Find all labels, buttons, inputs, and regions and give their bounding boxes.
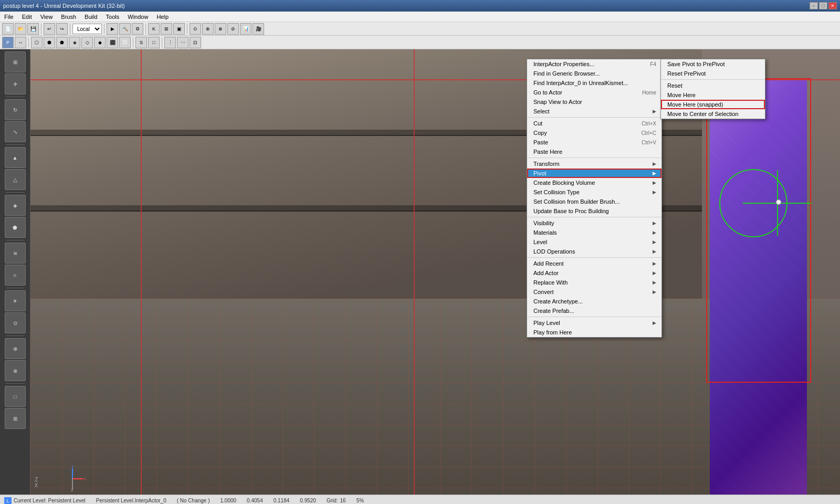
ctx-add-recent[interactable]: Add Recent ▶ (527, 259, 662, 268)
menu-brush[interactable]: Brush (57, 13, 80, 21)
toolbar2-btn3[interactable]: ⬟ (56, 37, 68, 48)
sidebar-btn-csg2[interactable]: △ (5, 169, 26, 190)
sidebar-btn-light[interactable]: ☀ (5, 290, 26, 311)
sidebar-btn-rotate[interactable]: ↻ (5, 99, 26, 120)
sep3 (104, 24, 104, 34)
toolbar-btn5[interactable]: ⊕ (202, 23, 214, 35)
menu-window[interactable]: Window (123, 13, 152, 21)
ctx-cut[interactable]: Cut Ctrl+X (527, 119, 662, 128)
ctx-set-collision[interactable]: Set Collision Type ▶ (527, 187, 662, 197)
context-menu[interactable]: InterpActor Properties... F4 Find in Gen… (527, 59, 662, 338)
pivot-move-here[interactable]: Move Here (661, 90, 765, 100)
sidebar-btn-scale[interactable]: ⤡ (5, 121, 26, 142)
menu-view[interactable]: View (36, 13, 57, 21)
sidebar-btn-nav2[interactable]: ⊗ (5, 360, 26, 381)
toolbar-btn4[interactable]: ⊙ (190, 23, 201, 35)
ctx-add-actor[interactable]: Add Actor ▶ (527, 268, 662, 278)
ctx-copy[interactable]: Copy Ctrl+C (527, 128, 662, 138)
menu-tools[interactable]: Tools (102, 13, 124, 21)
toolbar-build[interactable]: 🔨 (119, 23, 131, 35)
status-grid-value: 16 (340, 498, 346, 503)
sidebar-btn-csg[interactable]: ▲ (5, 147, 26, 168)
toolbar2-btn10[interactable]: □ (148, 37, 160, 48)
toolbar-build-all[interactable]: ⚙ (132, 23, 143, 35)
toolbar2-btn4[interactable]: ◈ (69, 37, 80, 48)
ctx-transform[interactable]: Transform ▶ (527, 159, 662, 169)
ctx-materials[interactable]: Materials ▶ (527, 228, 662, 237)
toolbar2-move[interactable]: ↔ (15, 37, 26, 48)
sidebar-btn-misc1[interactable]: □ (5, 386, 26, 407)
ctx-replace-with[interactable]: Replace With ▶ (527, 278, 662, 287)
ctx-convert[interactable]: Convert ▶ (527, 287, 662, 297)
sidebar-btn-brush[interactable]: ◈ (5, 195, 26, 216)
menu-edit[interactable]: Edit (18, 13, 36, 21)
pivot-submenu[interactable]: Save Pivot to PrePivot Reset PrePivot Re… (660, 59, 765, 119)
minimize-button[interactable]: − (810, 2, 818, 9)
pivot-reset-prepivot[interactable]: Reset PrePivot (661, 69, 765, 78)
ctx-paste-here[interactable]: Paste Here (527, 147, 662, 156)
toolbar-btn7[interactable]: ⊘ (227, 23, 239, 35)
coord-dropdown[interactable]: Local World (72, 24, 102, 34)
toolbar-stats[interactable]: 📊 (240, 23, 251, 35)
toolbar2-select[interactable]: P (2, 37, 14, 48)
toolbar2-btn5[interactable]: ◇ (81, 37, 93, 48)
ctx-create-archetype[interactable]: Create Archetype... (527, 297, 662, 306)
sidebar-btn-terrain[interactable]: ≋ (5, 243, 26, 264)
sidebar-btn-cam[interactable]: ⊙ (5, 312, 26, 333)
toolbar2-btn9[interactable]: S (135, 37, 147, 48)
toolbar2-btn2[interactable]: ⬢ (44, 37, 55, 48)
toolbar-play[interactable]: ▶ (107, 23, 118, 35)
toolbar-btn1[interactable]: K (148, 23, 160, 35)
ctx-lod-ops[interactable]: LOD Operations ▶ (527, 247, 662, 256)
toolbar-btn2[interactable]: ⊞ (161, 23, 172, 35)
ctx-find-generic[interactable]: Find in Generic Browser... (527, 69, 662, 78)
toolbar2-snap[interactable]: ⋮ (164, 37, 176, 48)
toolbar2-btn6[interactable]: ◆ (94, 37, 106, 48)
pivot-move-here-snapped[interactable]: Move Here (snapped) (661, 100, 765, 109)
toolbar-undo[interactable]: ↩ (44, 23, 55, 35)
ctx-interp-props[interactable]: InterpActor Properties... F4 (527, 59, 662, 69)
toolbar-redo[interactable]: ↪ (56, 23, 68, 35)
toolbar-btn3[interactable]: ▣ (173, 23, 185, 35)
toolbar2-btn8[interactable]: ⬜ (119, 37, 131, 48)
toolbar-open[interactable]: 📂 (15, 23, 26, 35)
ctx-update-base[interactable]: Update Base to Proc Building (527, 206, 662, 216)
ctx-find-kismet[interactable]: Find InterpActor_0 in UnrealKismet... (527, 78, 662, 88)
toolbar2-btn1[interactable]: ⬡ (31, 37, 43, 48)
menu-file[interactable]: File (0, 13, 18, 21)
ctx-level[interactable]: Level ▶ (527, 237, 662, 247)
sidebar-btn-misc2[interactable]: ⊞ (5, 408, 26, 429)
toolbar2-btn7[interactable]: ⬛ (107, 37, 118, 48)
toolbar-btn6[interactable]: ⊗ (215, 23, 226, 35)
sidebar-btn-nav[interactable]: ⊕ (5, 338, 26, 359)
toolbar-new[interactable]: 📄 (2, 23, 14, 35)
viewport[interactable]: Z X Y X Z InterpActor Properties... F4 F… (30, 49, 840, 495)
sidebar-btn-mesh[interactable]: ⬟ (5, 217, 26, 238)
toolbar-cam[interactable]: 🎥 (253, 23, 264, 35)
ctx-paste[interactable]: Paste Ctrl+V (527, 138, 662, 147)
sidebar-btn-select[interactable]: ⊞ (5, 51, 26, 72)
ctx-create-prefab[interactable]: Create Prefab... (527, 306, 662, 316)
maximize-button[interactable]: □ (819, 2, 827, 9)
toolbar2-snap2[interactable]: ⋯ (177, 37, 188, 48)
menu-help[interactable]: Help (152, 13, 173, 21)
ctx-select[interactable]: Select ▶ (527, 107, 662, 116)
pivot-save[interactable]: Save Pivot to PrePivot (661, 59, 765, 69)
pivot-move-center[interactable]: Move to Center of Selection (661, 109, 765, 119)
ctx-snap-view[interactable]: Snap View to Actor (527, 97, 662, 107)
ctx-visibility[interactable]: Visibility ▶ (527, 218, 662, 228)
sidebar-btn-move[interactable]: ✛ (5, 74, 26, 94)
sidebar-btn-fluid[interactable]: ≈ (5, 265, 26, 286)
toolbar-save[interactable]: 💾 (27, 23, 39, 35)
ctx-go-to-actor[interactable]: Go to Actor Home (527, 88, 662, 97)
ctx-play-level[interactable]: Play Level ▶ (527, 318, 662, 328)
ctx-play-from-here[interactable]: Play from Here (527, 328, 662, 337)
ctx-set-collision-brush[interactable]: Set Collision from Builder Brush... (527, 197, 662, 206)
toolbar2-snap3[interactable]: ⊡ (190, 37, 201, 48)
pivot-reset[interactable]: Reset (661, 81, 765, 90)
close-button[interactable]: ✕ (828, 2, 837, 9)
ctx-pivot[interactable]: Pivot ▶ (527, 169, 662, 178)
sb-sep4 (6, 240, 25, 240)
ctx-create-blocking[interactable]: Create Blocking Volume ▶ (527, 178, 662, 187)
menu-build[interactable]: Build (80, 13, 101, 21)
